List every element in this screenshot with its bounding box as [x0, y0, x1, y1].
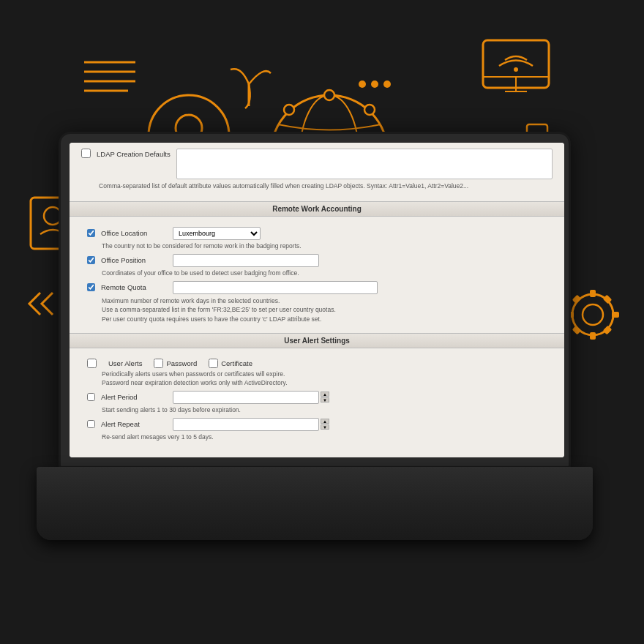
alert-period-row: Alert Period 10 (Default) ▲ ▼ — [81, 391, 553, 404]
ldap-hint: Comma-separated list of default attribut… — [99, 182, 535, 191]
svg-point-10 — [364, 105, 375, 115]
alert-period-label: Alert Period — [101, 393, 167, 401]
alert-repeat-hint: Re-send alert mesages very 1 to 5 days. — [102, 433, 547, 442]
office-location-hint: The country not to be considered for rem… — [102, 242, 547, 251]
certificate-checkbox[interactable] — [209, 359, 218, 368]
office-position-input[interactable]: 49.502105712890625,5.944442179558995 — [173, 254, 319, 267]
svg-point-46 — [383, 80, 391, 88]
office-location-checkbox[interactable] — [87, 229, 95, 237]
user-alerts-label: User Alerts — [108, 359, 142, 367]
certificate-label: Certificate — [221, 359, 252, 367]
alert-repeat-spinner: 3 (Default) ▲ ▼ — [173, 418, 329, 431]
alert-period-input[interactable]: 10 (Default) — [173, 391, 319, 404]
action-buttons: Apply Cancel Reset — [70, 453, 564, 457]
certificate-option: Certificate — [209, 359, 252, 368]
screen-bezel: LDAP Creation Defaults Comma-separated l… — [59, 132, 571, 468]
remote-work-section: Office Location Luxembourg The country n… — [70, 221, 564, 333]
svg-point-9 — [284, 105, 294, 115]
keyboard-base — [37, 467, 593, 540]
alert-repeat-row: Alert Repeat 3 (Default) ▲ ▼ — [81, 418, 553, 431]
alert-repeat-label: Alert Repeat — [101, 420, 167, 428]
svg-rect-31 — [603, 295, 613, 304]
office-position-hint: Coordinates of your office to be used to… — [102, 269, 547, 278]
remote-quota-input[interactable]: 32 — [173, 281, 378, 294]
alert-repeat-spinner-buttons: ▲ ▼ — [321, 419, 329, 430]
alert-period-hint: Start sending alerts 1 to 30 days before… — [102, 406, 547, 415]
svg-point-25 — [583, 304, 603, 325]
laptop: LDAP Creation Defaults Comma-separated l… — [59, 132, 585, 571]
ldap-textarea[interactable] — [176, 149, 553, 179]
password-checkbox[interactable] — [154, 359, 163, 368]
svg-rect-27 — [590, 332, 596, 340]
svg-rect-33 — [603, 326, 613, 335]
alert-repeat-up[interactable]: ▲ — [321, 419, 329, 424]
svg-rect-29 — [612, 312, 619, 318]
office-location-label: Office Location — [101, 229, 167, 237]
user-alerts-checkbox[interactable] — [87, 359, 97, 368]
office-position-row: Office Position 49.502105712890625,5.944… — [81, 254, 553, 267]
user-alerts-hint: Periodically alerts users when passwords… — [102, 370, 547, 388]
svg-rect-11 — [483, 40, 549, 88]
ldap-checkbox[interactable] — [81, 149, 91, 158]
office-position-checkbox[interactable] — [87, 256, 95, 264]
remote-quota-row: Remote Quota 32 — [81, 281, 553, 294]
office-position-label: Office Position — [101, 256, 167, 264]
password-label: Password — [166, 359, 197, 367]
alert-period-spinner-buttons: ▲ ▼ — [321, 392, 329, 402]
svg-point-44 — [359, 80, 366, 88]
alert-period-checkbox[interactable] — [87, 393, 95, 401]
svg-point-7 — [324, 90, 334, 100]
alert-period-spinner: 10 (Default) ▲ ▼ — [173, 391, 329, 404]
user-alerts-section: User Alerts Password Certificate Periodi… — [70, 353, 564, 451]
alert-period-down[interactable]: ▼ — [321, 397, 329, 402]
remote-quota-label: Remote Quota — [101, 283, 167, 291]
user-alerts-row: User Alerts Password Certificate — [81, 359, 553, 368]
screen: LDAP Creation Defaults Comma-separated l… — [70, 143, 564, 457]
user-alerts-header: User Alert Settings — [70, 333, 564, 348]
alert-period-up[interactable]: ▲ — [321, 392, 329, 397]
remote-work-header: Remote Work Accounting — [70, 201, 564, 217]
svg-point-45 — [371, 80, 378, 88]
alert-repeat-checkbox[interactable] — [87, 420, 95, 428]
alert-repeat-down[interactable]: ▼ — [321, 424, 329, 430]
remote-quota-hint: Maximum number of remote work days in th… — [102, 296, 547, 324]
ldap-label: LDAP Creation Defaults — [97, 149, 171, 158]
alert-repeat-input[interactable]: 3 (Default) — [173, 418, 319, 431]
screen-content: LDAP Creation Defaults Comma-separated l… — [70, 143, 564, 457]
svg-rect-26 — [590, 290, 596, 297]
office-location-row: Office Location Luxembourg — [81, 227, 553, 240]
svg-point-15 — [514, 67, 518, 72]
office-location-select[interactable]: Luxembourg — [173, 227, 261, 240]
ldap-section: LDAP Creation Defaults Comma-separated l… — [70, 143, 564, 201]
remote-quota-checkbox[interactable] — [87, 283, 95, 291]
password-option: Password — [154, 359, 197, 368]
